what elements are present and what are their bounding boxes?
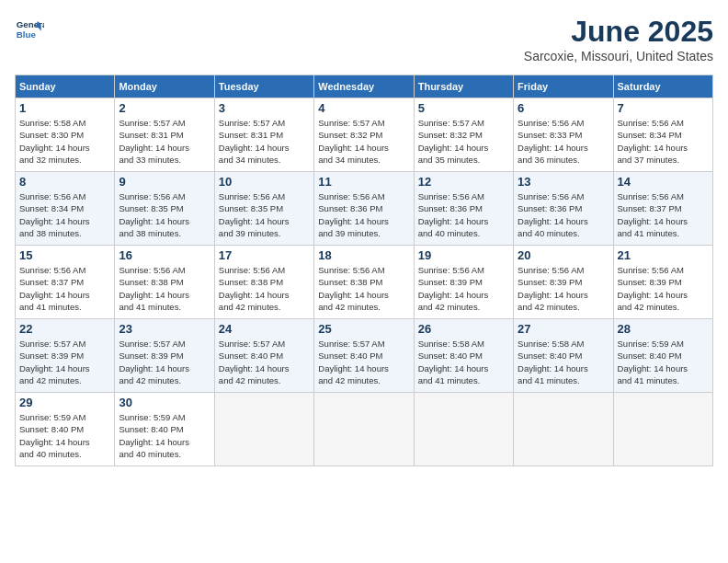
day-info: Sunrise: 5:56 AM Sunset: 8:36 PM Dayligh…: [418, 190, 509, 239]
calendar-week-row: 22Sunrise: 5:57 AM Sunset: 8:39 PM Dayli…: [16, 319, 713, 393]
day-number: 13: [518, 175, 609, 189]
day-number: 9: [119, 175, 210, 189]
day-number: 20: [518, 248, 609, 262]
calendar-cell: 20Sunrise: 5:56 AM Sunset: 8:39 PM Dayli…: [514, 246, 613, 319]
calendar-table: SundayMondayTuesdayWednesdayThursdayFrid…: [15, 75, 713, 466]
day-info: Sunrise: 5:56 AM Sunset: 8:34 PM Dayligh…: [618, 117, 709, 166]
calendar-week-row: 15Sunrise: 5:56 AM Sunset: 8:37 PM Dayli…: [16, 246, 713, 319]
day-info: Sunrise: 5:56 AM Sunset: 8:39 PM Dayligh…: [418, 264, 509, 313]
calendar-col-header: Monday: [115, 75, 214, 98]
calendar-cell: 6Sunrise: 5:56 AM Sunset: 8:33 PM Daylig…: [514, 98, 613, 172]
calendar-cell: 7Sunrise: 5:56 AM Sunset: 8:34 PM Daylig…: [613, 98, 712, 172]
calendar-cell: [214, 393, 313, 466]
day-info: Sunrise: 5:57 AM Sunset: 8:40 PM Dayligh…: [219, 338, 310, 386]
calendar-cell: 5Sunrise: 5:57 AM Sunset: 8:32 PM Daylig…: [414, 98, 513, 172]
day-info: Sunrise: 5:56 AM Sunset: 8:38 PM Dayligh…: [219, 264, 310, 313]
svg-text:Blue: Blue: [17, 29, 37, 40]
calendar-cell: 22Sunrise: 5:57 AM Sunset: 8:39 PM Dayli…: [16, 319, 115, 393]
calendar-body: 1Sunrise: 5:58 AM Sunset: 8:30 PM Daylig…: [16, 98, 713, 466]
calendar-col-header: Friday: [514, 75, 613, 98]
day-info: Sunrise: 5:56 AM Sunset: 8:34 PM Dayligh…: [19, 190, 110, 239]
day-number: 12: [418, 175, 509, 189]
page-header: General Blue June 2025 Sarcoxie, Missour…: [15, 15, 713, 63]
day-number: 27: [518, 322, 609, 336]
day-number: 3: [219, 101, 310, 115]
title-area: June 2025 Sarcoxie, Missouri, United Sta…: [524, 15, 713, 63]
calendar-cell: 23Sunrise: 5:57 AM Sunset: 8:39 PM Dayli…: [115, 319, 214, 393]
calendar-week-row: 1Sunrise: 5:58 AM Sunset: 8:30 PM Daylig…: [16, 98, 713, 172]
calendar-cell: 25Sunrise: 5:57 AM Sunset: 8:40 PM Dayli…: [314, 319, 414, 393]
calendar-cell: 10Sunrise: 5:56 AM Sunset: 8:35 PM Dayli…: [214, 172, 313, 246]
day-number: 8: [19, 175, 110, 189]
calendar-cell: [414, 393, 513, 466]
calendar-col-header: Wednesday: [314, 75, 414, 98]
day-number: 29: [19, 396, 110, 409]
month-title: June 2025: [524, 15, 713, 49]
day-info: Sunrise: 5:56 AM Sunset: 8:35 PM Dayligh…: [119, 190, 210, 239]
day-info: Sunrise: 5:59 AM Sunset: 8:40 PM Dayligh…: [19, 411, 110, 460]
calendar-cell: 24Sunrise: 5:57 AM Sunset: 8:40 PM Dayli…: [214, 319, 313, 393]
day-number: 2: [119, 101, 210, 115]
calendar-cell: 17Sunrise: 5:56 AM Sunset: 8:38 PM Dayli…: [214, 246, 313, 319]
day-info: Sunrise: 5:58 AM Sunset: 8:40 PM Dayligh…: [418, 338, 509, 386]
day-number: 7: [618, 101, 709, 115]
logo-icon: General Blue: [15, 15, 44, 44]
day-number: 17: [219, 248, 310, 262]
calendar-cell: 9Sunrise: 5:56 AM Sunset: 8:35 PM Daylig…: [115, 172, 214, 246]
day-info: Sunrise: 5:56 AM Sunset: 8:38 PM Dayligh…: [318, 264, 409, 313]
calendar-cell: 14Sunrise: 5:56 AM Sunset: 8:37 PM Dayli…: [613, 172, 712, 246]
day-number: 24: [219, 322, 310, 336]
day-info: Sunrise: 5:59 AM Sunset: 8:40 PM Dayligh…: [618, 338, 709, 386]
calendar-cell: 16Sunrise: 5:56 AM Sunset: 8:38 PM Dayli…: [115, 246, 214, 319]
logo: General Blue: [15, 15, 44, 44]
day-info: Sunrise: 5:56 AM Sunset: 8:37 PM Dayligh…: [19, 264, 110, 313]
calendar-cell: 11Sunrise: 5:56 AM Sunset: 8:36 PM Dayli…: [314, 172, 414, 246]
calendar-cell: [613, 393, 712, 466]
day-info: Sunrise: 5:57 AM Sunset: 8:40 PM Dayligh…: [318, 338, 409, 386]
day-number: 26: [418, 322, 509, 336]
day-info: Sunrise: 5:59 AM Sunset: 8:40 PM Dayligh…: [119, 411, 210, 460]
calendar-cell: 21Sunrise: 5:56 AM Sunset: 8:39 PM Dayli…: [613, 246, 712, 319]
day-number: 16: [119, 248, 210, 262]
day-number: 23: [119, 322, 210, 336]
day-number: 5: [418, 101, 509, 115]
calendar-cell: 1Sunrise: 5:58 AM Sunset: 8:30 PM Daylig…: [16, 98, 115, 172]
calendar-cell: 15Sunrise: 5:56 AM Sunset: 8:37 PM Dayli…: [16, 246, 115, 319]
day-info: Sunrise: 5:58 AM Sunset: 8:40 PM Dayligh…: [518, 338, 609, 386]
day-info: Sunrise: 5:57 AM Sunset: 8:39 PM Dayligh…: [19, 338, 110, 386]
day-info: Sunrise: 5:56 AM Sunset: 8:33 PM Dayligh…: [518, 117, 609, 166]
calendar-cell: [514, 393, 613, 466]
day-number: 30: [119, 396, 210, 409]
calendar-week-row: 29Sunrise: 5:59 AM Sunset: 8:40 PM Dayli…: [16, 393, 713, 466]
day-number: 19: [418, 248, 509, 262]
day-number: 21: [618, 248, 709, 262]
day-number: 22: [19, 322, 110, 336]
calendar-cell: 8Sunrise: 5:56 AM Sunset: 8:34 PM Daylig…: [16, 172, 115, 246]
day-info: Sunrise: 5:56 AM Sunset: 8:38 PM Dayligh…: [119, 264, 210, 313]
day-info: Sunrise: 5:56 AM Sunset: 8:35 PM Dayligh…: [219, 190, 310, 239]
day-info: Sunrise: 5:56 AM Sunset: 8:36 PM Dayligh…: [318, 190, 409, 239]
calendar-cell: 13Sunrise: 5:56 AM Sunset: 8:36 PM Dayli…: [514, 172, 613, 246]
day-number: 11: [318, 175, 409, 189]
day-number: 6: [518, 101, 609, 115]
calendar-cell: 18Sunrise: 5:56 AM Sunset: 8:38 PM Dayli…: [314, 246, 414, 319]
day-number: 10: [219, 175, 310, 189]
calendar-cell: 29Sunrise: 5:59 AM Sunset: 8:40 PM Dayli…: [16, 393, 115, 466]
day-info: Sunrise: 5:57 AM Sunset: 8:31 PM Dayligh…: [119, 117, 210, 166]
calendar-cell: 3Sunrise: 5:57 AM Sunset: 8:31 PM Daylig…: [214, 98, 313, 172]
day-number: 18: [318, 248, 409, 262]
day-number: 1: [19, 101, 110, 115]
day-number: 25: [318, 322, 409, 336]
day-number: 4: [318, 101, 409, 115]
day-info: Sunrise: 5:57 AM Sunset: 8:39 PM Dayligh…: [119, 338, 210, 386]
calendar-col-header: Tuesday: [214, 75, 313, 98]
day-info: Sunrise: 5:56 AM Sunset: 8:36 PM Dayligh…: [518, 190, 609, 239]
calendar-col-header: Thursday: [414, 75, 513, 98]
day-info: Sunrise: 5:56 AM Sunset: 8:39 PM Dayligh…: [518, 264, 609, 313]
day-info: Sunrise: 5:57 AM Sunset: 8:31 PM Dayligh…: [219, 117, 310, 166]
day-info: Sunrise: 5:57 AM Sunset: 8:32 PM Dayligh…: [418, 117, 509, 166]
calendar-week-row: 8Sunrise: 5:56 AM Sunset: 8:34 PM Daylig…: [16, 172, 713, 246]
calendar-cell: 12Sunrise: 5:56 AM Sunset: 8:36 PM Dayli…: [414, 172, 513, 246]
calendar-cell: 19Sunrise: 5:56 AM Sunset: 8:39 PM Dayli…: [414, 246, 513, 319]
day-number: 14: [618, 175, 709, 189]
